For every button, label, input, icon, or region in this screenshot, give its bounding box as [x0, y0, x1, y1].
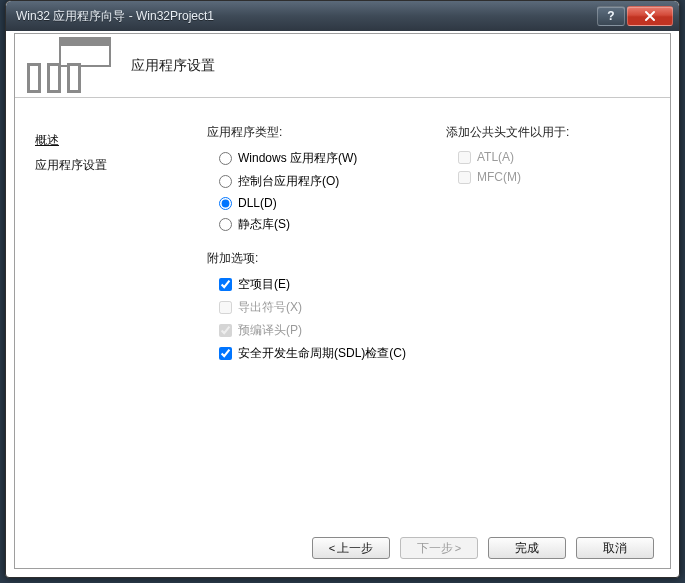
- dialog-window: Win32 应用程序向导 - Win32Project1 ? 应用程序设置: [5, 0, 680, 578]
- apptype-label: 应用程序类型:: [207, 124, 406, 141]
- close-button[interactable]: [627, 6, 673, 26]
- content: 应用程序类型: Windows 应用程序(W) 控制台应用程序(O) DL: [175, 98, 670, 528]
- apptype-option-static[interactable]: 静态库(S): [207, 213, 406, 236]
- checkbox-input: [458, 151, 471, 164]
- button-label: 上一步: [337, 540, 373, 557]
- option-label: 空项目(E): [238, 276, 290, 293]
- finish-button[interactable]: 完成: [488, 537, 566, 559]
- additional-options: 空项目(E) 导出符号(X) 预编译头(P) 安全开发生命周期(SDL: [207, 273, 406, 365]
- additional-option-empty[interactable]: 空项目(E): [207, 273, 406, 296]
- additional-option-export: 导出符号(X): [207, 296, 406, 319]
- option-label: 静态库(S): [238, 216, 290, 233]
- chevron-right-icon: >: [455, 543, 461, 554]
- radio-input[interactable]: [219, 218, 232, 231]
- nav-item-label: 概述: [35, 133, 59, 147]
- checkbox-input: [219, 301, 232, 314]
- option-label: 预编译头(P): [238, 322, 302, 339]
- checkbox-input[interactable]: [219, 347, 232, 360]
- help-icon: ?: [607, 9, 614, 23]
- checkbox-input: [458, 171, 471, 184]
- banner: 应用程序设置: [15, 34, 670, 98]
- option-label: DLL(D): [238, 196, 277, 210]
- headers-option-atl: ATL(A): [446, 147, 569, 167]
- client-area: 应用程序设置 概述 应用程序设置 应用程序类型: Windows 应用程: [14, 33, 671, 569]
- apptype-option-windows[interactable]: Windows 应用程序(W): [207, 147, 406, 170]
- apptype-option-dll[interactable]: DLL(D): [207, 193, 406, 213]
- titlebar-buttons: ?: [597, 6, 673, 26]
- option-label: 控制台应用程序(O): [238, 173, 339, 190]
- radio-input[interactable]: [219, 175, 232, 188]
- chevron-left-icon: <: [329, 543, 335, 554]
- next-button: 下一步 >: [400, 537, 478, 559]
- additional-option-pch: 预编译头(P): [207, 319, 406, 342]
- nav-panel: 概述 应用程序设置: [15, 98, 175, 528]
- radio-input[interactable]: [219, 152, 232, 165]
- apptype-options: Windows 应用程序(W) 控制台应用程序(O) DLL(D) 静: [207, 147, 406, 236]
- nav-item-overview[interactable]: 概述: [35, 128, 175, 153]
- headers-options: ATL(A) MFC(M): [446, 147, 569, 187]
- prev-button[interactable]: < 上一步: [312, 537, 390, 559]
- headers-label: 添加公共头文件以用于:: [446, 124, 569, 141]
- additional-label: 附加选项:: [207, 250, 406, 267]
- option-label: ATL(A): [477, 150, 514, 164]
- button-label: 下一步: [417, 540, 453, 557]
- wizard-icon: [25, 37, 113, 95]
- radio-input[interactable]: [219, 197, 232, 210]
- nav-item-label: 应用程序设置: [35, 158, 107, 172]
- titlebar: Win32 应用程序向导 - Win32Project1 ?: [6, 1, 679, 31]
- window-title: Win32 应用程序向导 - Win32Project1: [16, 8, 597, 25]
- body: 概述 应用程序设置 应用程序类型: Windows 应用程序(W): [15, 98, 670, 528]
- checkbox-input[interactable]: [219, 278, 232, 291]
- button-label: 完成: [515, 540, 539, 557]
- button-label: 取消: [603, 540, 627, 557]
- help-button[interactable]: ?: [597, 6, 625, 26]
- option-label: 安全开发生命周期(SDL)检查(C): [238, 345, 406, 362]
- close-icon: [644, 10, 656, 22]
- page-title: 应用程序设置: [131, 57, 215, 75]
- left-column: 应用程序类型: Windows 应用程序(W) 控制台应用程序(O) DL: [207, 124, 406, 528]
- nav-item-app-settings[interactable]: 应用程序设置: [35, 153, 175, 178]
- option-label: 导出符号(X): [238, 299, 302, 316]
- option-label: MFC(M): [477, 170, 521, 184]
- cancel-button[interactable]: 取消: [576, 537, 654, 559]
- headers-option-mfc: MFC(M): [446, 167, 569, 187]
- additional-option-sdl[interactable]: 安全开发生命周期(SDL)检查(C): [207, 342, 406, 365]
- right-column: 添加公共头文件以用于: ATL(A) MFC(M): [446, 124, 569, 528]
- apptype-option-console[interactable]: 控制台应用程序(O): [207, 170, 406, 193]
- footer: < 上一步 下一步 > 完成 取消: [15, 528, 670, 568]
- checkbox-input: [219, 324, 232, 337]
- option-label: Windows 应用程序(W): [238, 150, 357, 167]
